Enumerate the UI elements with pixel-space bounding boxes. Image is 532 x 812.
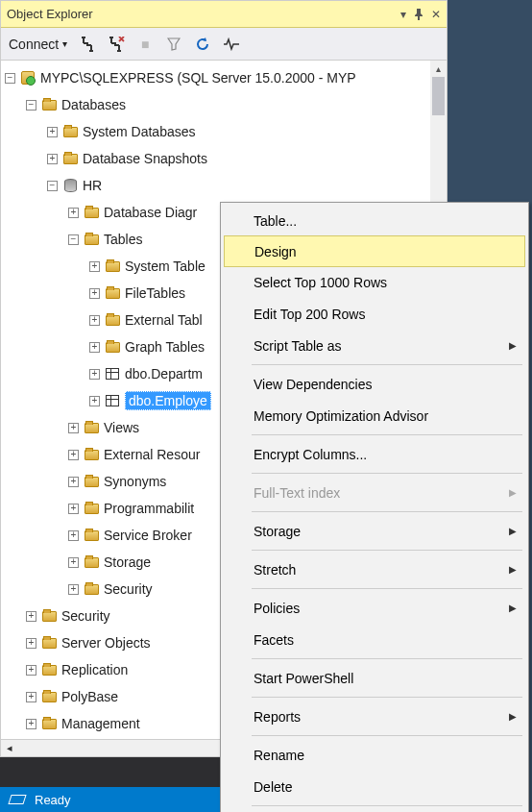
svg-rect-1 [89, 50, 93, 52]
scroll-up-icon[interactable]: ▴ [430, 61, 447, 77]
menu-separator [252, 735, 522, 736]
expand-icon[interactable]: + [68, 477, 79, 487]
svg-rect-3 [117, 50, 121, 52]
menu-storage[interactable]: Storage▶ [223, 515, 526, 547]
menu-view-dependencies[interactable]: View Dependencies [223, 368, 526, 400]
expand-icon[interactable]: + [26, 665, 36, 676]
menu-separator [252, 434, 522, 435]
expand-icon[interactable]: + [47, 127, 58, 137]
folder-icon [85, 504, 99, 514]
folder-icon [85, 450, 99, 460]
server-icon [21, 71, 35, 85]
collapse-icon[interactable]: − [5, 73, 15, 84]
expand-icon[interactable]: + [26, 692, 36, 702]
stop-icon[interactable]: ■ [136, 36, 154, 53]
folder-icon [42, 100, 57, 111]
tree-node-database-snapshots[interactable]: +Database Snapshots [1, 145, 447, 172]
expand-icon[interactable]: + [89, 342, 100, 353]
menu-rename[interactable]: Rename [223, 739, 526, 771]
tree-node-hr[interactable]: −HR [1, 172, 447, 199]
menu-delete[interactable]: Delete [223, 771, 526, 802]
expand-icon[interactable]: + [89, 369, 100, 380]
expand-icon[interactable]: + [68, 423, 79, 433]
panel-title-bar: Object Explorer ▾ ✕ [1, 1, 447, 28]
menu-policies[interactable]: Policies▶ [223, 592, 526, 624]
folder-icon [42, 665, 57, 676]
expand-icon[interactable]: + [68, 584, 79, 595]
menu-design[interactable]: Design [224, 235, 525, 267]
folder-icon [85, 584, 99, 595]
tree-node-databases[interactable]: −Databases [1, 91, 447, 118]
folder-icon [85, 557, 99, 568]
folder-icon [106, 342, 120, 353]
menu-separator [252, 697, 522, 698]
folder-icon [42, 611, 57, 622]
submenu-arrow-icon: ▶ [509, 603, 517, 613]
connect-icon[interactable] [79, 36, 96, 53]
activity-icon[interactable] [223, 36, 240, 53]
folder-icon [106, 315, 120, 326]
close-icon[interactable]: ✕ [431, 8, 441, 21]
folder-icon [85, 477, 99, 487]
folder-icon [63, 154, 78, 164]
tree-node-system-databases[interactable]: +System Databases [1, 118, 447, 145]
svg-rect-0 [82, 37, 85, 38]
scrollbar-thumb[interactable] [432, 77, 445, 115]
menu-stretch[interactable]: Stretch▶ [223, 554, 526, 585]
folder-icon [106, 288, 120, 299]
folder-icon [106, 261, 120, 272]
context-menu: Table... Design Select Top 1000 Rows Edi… [220, 202, 529, 812]
submenu-arrow-icon: ▶ [509, 526, 517, 536]
dropdown-icon[interactable]: ▾ [400, 8, 406, 21]
collapse-icon[interactable]: − [47, 181, 58, 191]
table-icon [106, 395, 119, 406]
filter-icon[interactable] [165, 36, 182, 53]
collapse-icon[interactable]: − [68, 234, 79, 245]
menu-reports[interactable]: Reports▶ [223, 701, 526, 732]
expand-icon[interactable]: + [89, 315, 100, 326]
menu-separator [252, 473, 522, 474]
menu-table[interactable]: Table... [223, 205, 526, 236]
menu-memory-optimization[interactable]: Memory Optimization Advisor [223, 400, 526, 431]
menu-edit-top[interactable]: Edit Top 200 Rows [223, 298, 526, 330]
expand-icon[interactable]: + [26, 611, 36, 622]
expand-icon[interactable]: + [68, 450, 79, 460]
expand-icon[interactable]: + [68, 208, 79, 218]
connect-button[interactable]: Connect▾ [9, 37, 67, 52]
expand-icon[interactable]: + [89, 261, 100, 272]
menu-separator [252, 805, 522, 806]
expand-icon[interactable]: + [47, 154, 58, 164]
menu-select-top[interactable]: Select Top 1000 Rows [223, 266, 526, 298]
expand-icon[interactable]: + [68, 504, 79, 514]
expand-icon[interactable]: + [26, 638, 36, 649]
expand-icon[interactable]: + [26, 719, 36, 729]
menu-separator [252, 364, 522, 365]
submenu-arrow-icon: ▶ [509, 711, 517, 722]
folder-icon [85, 530, 99, 541]
menu-powershell[interactable]: Start PowerShell [223, 662, 526, 694]
status-icon [8, 795, 26, 804]
tree-node-server[interactable]: −MYPC\SQLEXPRESS (SQL Server 15.0.2000 -… [1, 64, 447, 91]
menu-encrypt-columns[interactable]: Encrypt Columns... [223, 438, 526, 470]
expand-icon[interactable]: + [68, 557, 79, 568]
svg-rect-2 [109, 37, 113, 38]
menu-facets[interactable]: Facets [223, 624, 526, 655]
submenu-arrow-icon: ▶ [509, 340, 517, 351]
expand-icon[interactable]: + [89, 396, 100, 406]
disconnect-icon[interactable] [108, 36, 125, 53]
submenu-arrow-icon: ▶ [509, 487, 517, 498]
submenu-arrow-icon: ▶ [509, 564, 517, 575]
toolbar: Connect▾ ■ [1, 28, 447, 61]
scroll-left-icon[interactable]: ◂ [1, 742, 17, 754]
refresh-icon[interactable] [194, 36, 211, 53]
menu-fulltext-index: Full-Text index▶ [223, 477, 526, 508]
expand-icon[interactable]: + [89, 288, 100, 299]
expand-icon[interactable]: + [68, 530, 79, 541]
menu-separator [252, 658, 522, 659]
folder-icon [42, 719, 57, 729]
menu-script-as[interactable]: Script Table as▶ [223, 330, 526, 361]
folder-icon [63, 127, 78, 137]
collapse-icon[interactable]: − [26, 100, 36, 111]
menu-separator [252, 588, 522, 589]
pin-icon[interactable] [414, 9, 423, 20]
